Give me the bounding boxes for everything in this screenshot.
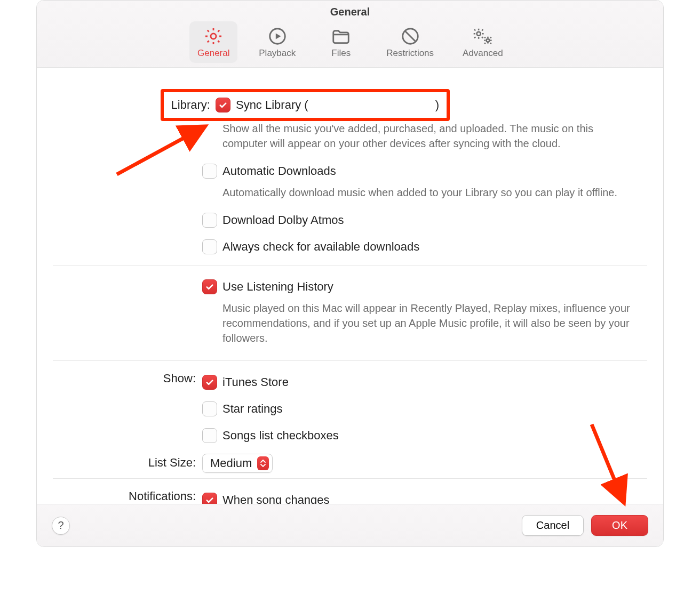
toolbar: General Playback Files Restrictions [37, 21, 663, 63]
songs-checkboxes-checkbox[interactable] [202, 428, 217, 443]
download-dolby-checkbox[interactable] [202, 213, 217, 228]
select-stepper-icon [257, 456, 269, 470]
help-button[interactable]: ? [52, 517, 70, 535]
window-title: General [37, 6, 663, 18]
itunes-store-label: iTunes Store [222, 375, 289, 389]
folder-icon [330, 26, 352, 47]
list-size-select[interactable]: Medium [202, 454, 273, 473]
listening-history-description: Music played on this Mac will appear in … [222, 301, 639, 345]
cancel-button[interactable]: Cancel [522, 515, 584, 536]
divider [53, 265, 647, 266]
ok-button[interactable]: OK [591, 515, 648, 536]
play-circle-icon [267, 26, 288, 47]
svg-point-0 [211, 34, 216, 39]
help-icon: ? [58, 519, 63, 532]
automatic-downloads-checkbox[interactable] [202, 164, 217, 179]
automatic-downloads-description: Automatically download music when added … [222, 185, 639, 200]
star-ratings-label: Star ratings [222, 402, 283, 416]
tab-advanced-label: Advanced [463, 48, 503, 59]
tab-restrictions-label: Restrictions [386, 48, 434, 59]
itunes-store-checkbox[interactable] [202, 375, 217, 390]
sync-library-description: Show all the music you've added, purchas… [222, 121, 639, 151]
tab-files-label: Files [331, 48, 351, 59]
tab-advanced[interactable]: Advanced [455, 21, 511, 63]
window-header: General General Playback Files [37, 1, 663, 68]
notifications-label: Notifications: [53, 487, 202, 503]
song-changes-checkbox[interactable] [202, 493, 217, 504]
check-downloads-checkbox[interactable] [202, 239, 217, 254]
svg-point-4 [486, 39, 489, 42]
tab-files[interactable]: Files [317, 21, 365, 63]
check-downloads-label: Always check for available downloads [222, 240, 419, 254]
content-pane: Library: Sync Library () Show all the mu… [37, 68, 663, 504]
listening-history-checkbox[interactable] [202, 279, 217, 294]
svg-point-3 [476, 32, 480, 36]
star-ratings-checkbox[interactable] [202, 401, 217, 416]
tab-general[interactable]: General [189, 21, 237, 63]
tab-playback-label: Playback [259, 48, 296, 59]
show-label: Show: [53, 369, 202, 385]
tab-general-label: General [197, 48, 229, 59]
gear-icon [203, 26, 224, 47]
divider [53, 360, 647, 361]
preferences-window: General General Playback Files [36, 0, 664, 547]
list-size-label: List Size: [53, 454, 202, 470]
footer: ? Cancel OK [37, 504, 663, 546]
divider [53, 478, 647, 479]
list-size-value: Medium [210, 456, 252, 470]
song-changes-label: When song changes [222, 493, 330, 504]
songs-checkboxes-label: Songs list checkboxes [222, 429, 339, 443]
listening-history-label: Use Listening History [222, 280, 333, 294]
gears-icon [471, 26, 495, 47]
no-entry-icon [400, 26, 420, 47]
tab-playback[interactable]: Playback [251, 21, 303, 63]
automatic-downloads-label: Automatic Downloads [222, 164, 336, 178]
tab-restrictions[interactable]: Restrictions [379, 21, 441, 63]
download-dolby-label: Download Dolby Atmos [222, 213, 344, 227]
